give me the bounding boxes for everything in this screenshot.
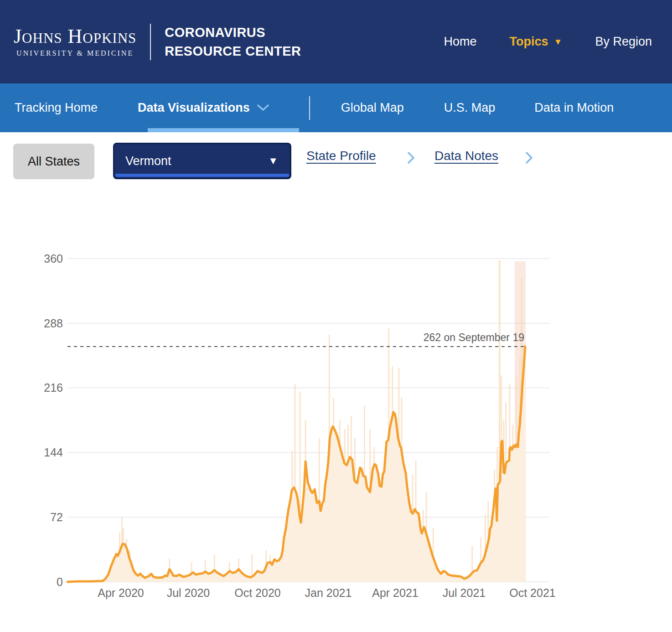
svg-text:Jan 2021: Jan 2021 — [305, 586, 352, 599]
subnav-item-us-map[interactable]: U.S. Map — [444, 101, 496, 115]
site-title[interactable]: CORONAVIRUS RESOURCE CENTER — [165, 23, 301, 60]
chevron-right-icon — [407, 151, 415, 164]
subnav-divider — [309, 96, 310, 120]
svg-text:Oct 2020: Oct 2020 — [234, 586, 280, 599]
svg-text:288: 288 — [44, 317, 63, 330]
subnav-item-tracking-home[interactable]: Tracking Home — [15, 101, 98, 115]
svg-text:360: 360 — [44, 252, 63, 265]
y-axis-labels: 072144216288360 — [44, 252, 63, 588]
nav-item-home[interactable]: Home — [444, 35, 477, 49]
chart-section: 072144216288360Apr 2020Jul 2020Oct 2020J… — [0, 242, 672, 623]
filters-row: All States Vermont ▼ State Profile Data … — [0, 132, 672, 242]
all-states-button[interactable]: All States — [13, 144, 94, 179]
svg-text:Apr 2021: Apr 2021 — [372, 586, 418, 599]
logo-divider — [150, 24, 151, 60]
svg-text:Jul 2021: Jul 2021 — [443, 586, 486, 599]
nav-item-topics-label: Topics — [510, 35, 548, 49]
active-tab-underline — [148, 128, 299, 132]
jhu-logo-subtitle: UNIVERSITY & MEDICINE — [16, 49, 134, 57]
trend-area — [67, 347, 525, 582]
annotation-label: 262 on September 19 — [424, 332, 524, 343]
chevron-down-icon — [257, 104, 269, 111]
cases-chart[interactable]: 072144216288360Apr 2020Jul 2020Oct 2020J… — [0, 242, 672, 623]
subnav-item-global-map[interactable]: Global Map — [341, 101, 404, 115]
svg-text:Jul 2020: Jul 2020 — [167, 586, 210, 599]
svg-text:72: 72 — [50, 511, 63, 523]
subnav-item-data-in-motion[interactable]: Data in Motion — [534, 101, 614, 115]
svg-text:216: 216 — [44, 381, 63, 394]
header-nav: Home Topics ▼ By Region — [444, 35, 672, 49]
state-profile-link[interactable]: State Profile — [306, 149, 376, 163]
svg-text:Oct 2021: Oct 2021 — [509, 586, 555, 599]
state-select-value: Vermont — [125, 154, 171, 168]
svg-text:Apr 2020: Apr 2020 — [98, 586, 144, 599]
svg-text:262 on September 19: 262 on September 19 — [424, 332, 524, 343]
state-select-dropdown[interactable]: Vermont ▼ — [113, 143, 291, 179]
x-axis-labels: Apr 2020Jul 2020Oct 2020Jan 2021Apr 2021… — [98, 586, 555, 599]
caret-down-icon: ▼ — [554, 37, 563, 46]
site-title-line1: CORONAVIRUS — [165, 23, 301, 42]
nav-item-by-region[interactable]: By Region — [595, 35, 652, 49]
subnav-data-visualizations-label: Data Visualizations — [138, 101, 250, 115]
page-header: Johns Hopkins UNIVERSITY & MEDICINE CORO… — [0, 0, 672, 83]
data-notes-link[interactable]: Data Notes — [434, 149, 498, 163]
svg-text:144: 144 — [44, 446, 63, 459]
site-title-line2: RESOURCE CENTER — [165, 42, 301, 61]
jhu-logo-title: Johns Hopkins — [14, 26, 136, 47]
state-select-accent-bar — [115, 174, 289, 177]
chevron-right-icon — [525, 151, 533, 164]
jhu-logo-text: Johns Hopkins UNIVERSITY & MEDICINE — [14, 26, 136, 57]
tracking-subnav: Tracking Home Data Visualizations Global… — [0, 83, 672, 132]
nav-item-topics[interactable]: Topics ▼ — [510, 35, 563, 49]
svg-text:0: 0 — [57, 575, 63, 588]
subnav-item-data-visualizations[interactable]: Data Visualizations — [138, 101, 269, 115]
caret-down-icon: ▼ — [268, 155, 278, 167]
jhu-logo[interactable]: Johns Hopkins UNIVERSITY & MEDICINE — [14, 26, 136, 57]
